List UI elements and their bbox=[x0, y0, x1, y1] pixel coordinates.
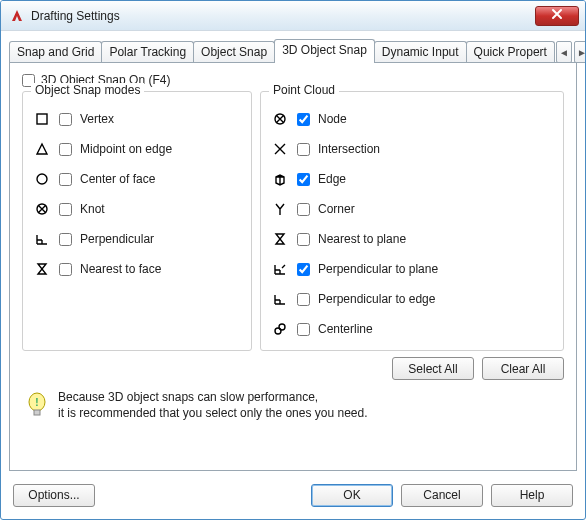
osnap-label-perpendicular: Perpendicular bbox=[80, 232, 154, 246]
close-icon bbox=[551, 8, 563, 23]
pointcloud-label-perp-edge: Perpendicular to edge bbox=[318, 292, 435, 306]
client-area: Snap and Grid Polar Tracking Object Snap… bbox=[1, 31, 585, 479]
osnap-label-center-face: Center of face bbox=[80, 172, 155, 186]
pointcloud-checkbox-perp-plane[interactable] bbox=[297, 263, 310, 276]
button-label: Clear All bbox=[501, 362, 546, 376]
point-cloud-group: Point Cloud NodeIntersectionEdgeCornerNe… bbox=[260, 91, 564, 351]
tip-line-1: Because 3D object snaps can slow perform… bbox=[58, 390, 368, 406]
drafting-settings-dialog: Drafting Settings Snap and Grid Polar Tr… bbox=[0, 0, 586, 520]
svg-rect-7 bbox=[34, 410, 40, 415]
tab-scroll-right-button[interactable]: ► bbox=[574, 41, 586, 63]
pointcloud-label-node: Node bbox=[318, 112, 347, 126]
osnap-item-perpendicular: Perpendicular bbox=[33, 224, 241, 254]
app-logo-icon bbox=[9, 8, 25, 24]
svg-point-5 bbox=[279, 324, 285, 330]
pointcloud-item-perp-edge: Perpendicular to edge bbox=[271, 284, 553, 314]
button-label: Cancel bbox=[423, 488, 460, 502]
button-label: OK bbox=[343, 488, 360, 502]
tab-dynamic-input[interactable]: Dynamic Input bbox=[374, 41, 467, 63]
object-snap-modes-group: Object Snap modes VertexMidpoint on edge… bbox=[22, 91, 252, 351]
osnap-checkbox-midpoint-edge[interactable] bbox=[59, 143, 72, 156]
perpendicular-icon bbox=[33, 230, 51, 248]
osnap-label-nearest-face: Nearest to face bbox=[80, 262, 161, 276]
ok-button[interactable]: OK bbox=[311, 484, 393, 507]
tab-quick-properties[interactable]: Quick Propert bbox=[466, 41, 555, 63]
osnap-item-center-face: Center of face bbox=[33, 164, 241, 194]
select-all-button[interactable]: Select All bbox=[392, 357, 474, 380]
pointcloud-checkbox-edge[interactable] bbox=[297, 173, 310, 186]
osnap-item-knot: Knot bbox=[33, 194, 241, 224]
tip-line-2: it is recommended that you select only t… bbox=[58, 406, 368, 422]
svg-point-1 bbox=[37, 174, 47, 184]
nearest-plane-icon bbox=[271, 230, 289, 248]
help-button[interactable]: Help bbox=[491, 484, 573, 507]
tab-label: Object Snap bbox=[201, 45, 267, 59]
performance-tip: ! Because 3D object snaps can slow perfo… bbox=[22, 388, 564, 423]
osnap-checkbox-perpendicular[interactable] bbox=[59, 233, 72, 246]
pointcloud-label-edge: Edge bbox=[318, 172, 346, 186]
pointcloud-label-perp-plane: Perpendicular to plane bbox=[318, 262, 438, 276]
centerline-icon bbox=[271, 320, 289, 338]
pointcloud-label-centerline: Centerline bbox=[318, 322, 373, 336]
title-bar: Drafting Settings bbox=[1, 1, 585, 31]
osnap-checkbox-nearest-face[interactable] bbox=[59, 263, 72, 276]
tab-object-snap[interactable]: Object Snap bbox=[193, 41, 275, 63]
corner-icon bbox=[271, 200, 289, 218]
osnap-item-nearest-face: Nearest to face bbox=[33, 254, 241, 284]
osnap-label-knot: Knot bbox=[80, 202, 105, 216]
pointcloud-item-corner: Corner bbox=[271, 194, 553, 224]
node-icon bbox=[271, 110, 289, 128]
tab-label: Dynamic Input bbox=[382, 45, 459, 59]
pointcloud-item-nearest-plane: Nearest to plane bbox=[271, 224, 553, 254]
osnap-label-midpoint-edge: Midpoint on edge bbox=[80, 142, 172, 156]
tab-strip: Snap and Grid Polar Tracking Object Snap… bbox=[9, 39, 577, 63]
group-legend: Object Snap modes bbox=[31, 83, 144, 97]
cancel-button[interactable]: Cancel bbox=[401, 484, 483, 507]
button-label: Help bbox=[520, 488, 545, 502]
pointcloud-item-perp-plane: Perpendicular to plane bbox=[271, 254, 553, 284]
pointcloud-item-centerline: Centerline bbox=[271, 314, 553, 344]
osnap-item-vertex: Vertex bbox=[33, 104, 241, 134]
center-face-icon bbox=[33, 170, 51, 188]
osnap-checkbox-knot[interactable] bbox=[59, 203, 72, 216]
button-label: Options... bbox=[28, 488, 79, 502]
lightbulb-icon: ! bbox=[26, 392, 48, 420]
edge-icon bbox=[271, 170, 289, 188]
knot-icon bbox=[33, 200, 51, 218]
tab-content: 3D Object Snap On (F4) Object Snap modes… bbox=[9, 62, 577, 471]
close-button[interactable] bbox=[535, 6, 579, 26]
tab-label: Quick Propert bbox=[474, 45, 547, 59]
pointcloud-checkbox-node[interactable] bbox=[297, 113, 310, 126]
tab-3d-object-snap[interactable]: 3D Object Snap bbox=[274, 39, 375, 63]
intersection-icon bbox=[271, 140, 289, 158]
osnap-item-midpoint-edge: Midpoint on edge bbox=[33, 134, 241, 164]
chevron-left-icon: ◄ bbox=[559, 47, 569, 58]
tab-label: Polar Tracking bbox=[109, 45, 186, 59]
options-button[interactable]: Options... bbox=[13, 484, 95, 507]
pointcloud-checkbox-corner[interactable] bbox=[297, 203, 310, 216]
perp-plane-icon bbox=[271, 260, 289, 278]
group-legend: Point Cloud bbox=[269, 83, 339, 97]
button-label: Select All bbox=[408, 362, 457, 376]
clear-all-button[interactable]: Clear All bbox=[482, 357, 564, 380]
pointcloud-checkbox-nearest-plane[interactable] bbox=[297, 233, 310, 246]
pointcloud-checkbox-centerline[interactable] bbox=[297, 323, 310, 336]
vertex-icon bbox=[33, 110, 51, 128]
osnap-checkbox-center-face[interactable] bbox=[59, 173, 72, 186]
pointcloud-label-corner: Corner bbox=[318, 202, 355, 216]
osnap-checkbox-vertex[interactable] bbox=[59, 113, 72, 126]
tab-label: Snap and Grid bbox=[17, 45, 94, 59]
pointcloud-item-node: Node bbox=[271, 104, 553, 134]
tab-scroll-left-button[interactable]: ◄ bbox=[556, 41, 572, 63]
dialog-footer: Options... OK Cancel Help bbox=[1, 479, 585, 519]
tab-polar-tracking[interactable]: Polar Tracking bbox=[101, 41, 194, 63]
pointcloud-checkbox-intersection[interactable] bbox=[297, 143, 310, 156]
tab-label: 3D Object Snap bbox=[282, 43, 367, 57]
nearest-face-icon bbox=[33, 260, 51, 278]
tab-snap-and-grid[interactable]: Snap and Grid bbox=[9, 41, 102, 63]
chevron-right-icon: ► bbox=[577, 47, 586, 58]
pointcloud-label-nearest-plane: Nearest to plane bbox=[318, 232, 406, 246]
pointcloud-item-edge: Edge bbox=[271, 164, 553, 194]
svg-rect-0 bbox=[37, 114, 47, 124]
pointcloud-checkbox-perp-edge[interactable] bbox=[297, 293, 310, 306]
